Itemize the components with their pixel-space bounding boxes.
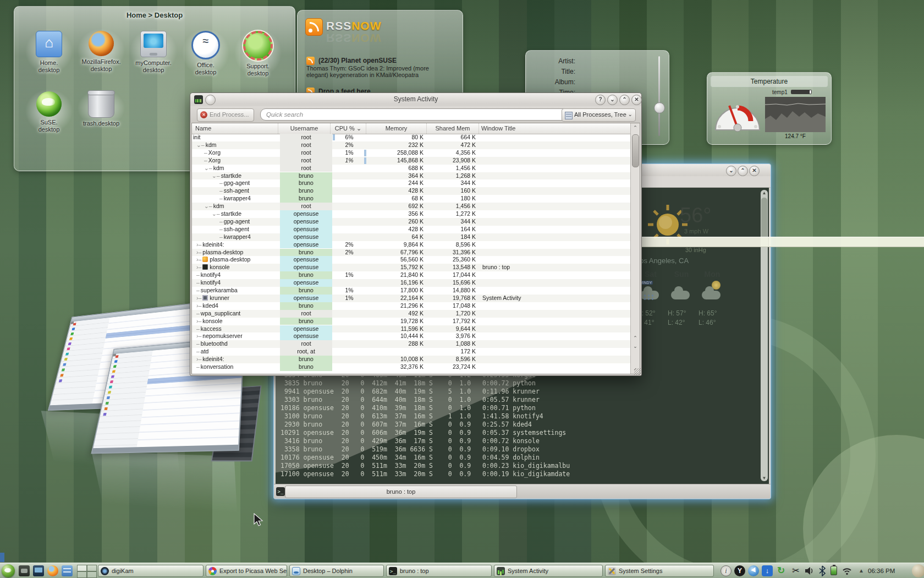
process-row[interactable]: –gpg-agentopensuse260 K344 K [192,218,631,226]
process-row[interactable]: ⌄–kdmroot2%232 K472 K [192,141,631,149]
minimize-button[interactable]: ⌄ [726,166,736,176]
process-row[interactable]: –gpg-agentbruno244 K344 K [192,179,631,187]
process-sharedmem: 160 K [427,187,476,195]
minimize-button[interactable]: ⌄ [607,95,618,105]
search-input[interactable] [260,108,569,121]
scrollbar-thumb[interactable] [632,134,639,167]
device-notifier-icon[interactable] [19,565,30,576]
scroll-up-icon[interactable]: ⌃ [631,335,640,341]
scroll-up-icon[interactable]: ⌃ [631,125,640,130]
panel-cashew-icon[interactable] [912,564,924,577]
software-update-icon[interactable]: ↻ [776,565,787,576]
firefox-icon[interactable] [47,565,58,576]
wind-speed: 3 mph W [684,228,708,235]
process-row[interactable]: –ssh-agentbruno428 K160 K [192,187,631,195]
taskbar-item-system-activity[interactable]: System Activity [494,565,603,577]
desktop-pager[interactable] [77,565,97,577]
window-title: System Activity [190,95,641,103]
terminal-line: 2930 bruno 20 0 607m 37m 16m S 0 0.9 0:2… [280,421,532,428]
desktop-icon-home[interactable]: Home.desktop [25,29,73,74]
process-row[interactable]: –kwrapper4bruno68 K180 K [192,195,631,203]
clock[interactable]: 06:36 PM [868,563,895,578]
process-row[interactable]: ›–nepomukserveropensuse10,444 K3,976 K [192,332,631,340]
close-button[interactable]: ✕ [631,95,642,105]
kickoff-launcher-icon[interactable] [2,564,15,577]
desktop-icon-trashdesktop[interactable]: trash.desktop [78,89,125,127]
klipper-scissors-icon[interactable]: ✂ [790,565,801,576]
volume-slider-track[interactable] [658,56,660,136]
process-filter-dropdown[interactable]: All Processes, Tree ⌄ [562,108,636,122]
column-header-cpu-[interactable]: CPU % ⌄ [331,123,366,134]
taskbar-item-digikam[interactable]: digiKam [98,565,204,577]
column-header-username[interactable]: Username [278,123,331,134]
file-manager-icon[interactable] [62,565,73,576]
maximize-button[interactable]: ⌃ [619,95,630,105]
process-row[interactable]: ⌄–kdmroot692 K1,456 K [192,203,631,210]
process-row[interactable]: –Xorgroot1%145,868 K23,908 K [192,157,631,165]
process-row[interactable]: –wpa_supplicantroot492 K1,720 K [192,310,631,318]
desktop-icon-mycomputer[interactable]: myComputer.desktop [130,29,177,74]
desktop-icon-suse[interactable]: SuSE.desktop [25,89,73,133]
process-row[interactable]: –bluetoothdroot288 K1,088 K [192,340,631,348]
process-row[interactable]: ›–kdeinit4:opensuse2%9,864 K8,596 K [192,241,631,249]
tab-bruno-top[interactable]: bruno : top [285,486,517,498]
desktop-icon-mozillafirefox[interactable]: MozillaFirefox.desktop [78,29,125,73]
help-button[interactable]: ? [595,95,606,105]
process-row[interactable]: –superkarambabruno1%17,800 K14,880 K [192,287,631,295]
process-row[interactable]: –atdroot, at172 K [192,348,631,356]
process-row[interactable]: ›–konsoleopensuse15,792 K13,548 Kbruno :… [192,264,631,271]
process-memory: 428 K [366,187,424,195]
bluetooth-icon[interactable] [817,565,828,576]
process-row[interactable]: ›–konsolebruno19,728 K17,792 K [192,318,631,325]
taskbar-item-system-settings[interactable]: System Settings [605,565,714,577]
battery-icon[interactable] [831,566,837,575]
process-row[interactable]: ⌄–kdmroot688 K1,456 K [192,165,631,172]
process-row[interactable]: ›–kded4bruno21,296 K17,048 K [192,302,631,310]
process-row[interactable]: –Xorgroot1%258,088 K4,356 K [192,149,631,157]
process-row[interactable]: –knotify4opensuse16,196 K15,696 K [192,279,631,287]
volume-slider-handle[interactable] [654,102,665,113]
maximize-button[interactable]: ⌃ [738,166,748,176]
column-header-name[interactable]: Name [192,123,278,134]
end-process-button[interactable]: End Process... [197,108,254,122]
process-row[interactable]: ⌄–startkdeopensuse356 K1,272 K [192,210,631,218]
desktop-icon-office[interactable]: Office.desktop [182,29,229,76]
info-tray-icon[interactable]: i [721,565,732,576]
process-row[interactable]: ›–krunneropensuse1%22,164 K19,768 KSyste… [192,295,631,302]
close-button[interactable]: ✕ [749,166,760,176]
process-memory [366,348,424,356]
process-row[interactable]: ›–plasma-desktopopensuse56,560 K25,360 K [192,256,631,264]
resize-grip[interactable] [634,368,641,375]
scroll-down-icon[interactable]: ⌄ [631,343,640,349]
process-row[interactable]: ›–plasma-desktopbruno2%67,796 K31,396 K [192,249,631,257]
terminal-scrollbar[interactable]: ▲ ▼ [761,190,768,481]
taskbar-item-bruno-top[interactable]: >_bruno : top [386,565,492,577]
process-row[interactable]: –kwrapper4opensuse64 K184 K [192,233,631,241]
column-header-window-title[interactable]: Window Title [479,123,631,134]
process-row[interactable]: –knotify4bruno1%21,840 K17,044 K [192,271,631,279]
yast-tray-icon[interactable]: Y [734,565,745,576]
process-row[interactable]: initroot6%80 K664 K [192,134,631,141]
network-globe-icon[interactable] [748,565,759,576]
process-row[interactable]: –konversationbruno32,376 K23,724 K [192,363,631,371]
process-row[interactable]: –kaccessopensuse11,596 K9,644 K [192,325,631,333]
download-tray-icon[interactable]: ↓ [762,565,773,576]
taskbar-item-export-to-picasa-web-servic[interactable]: Export to Picasa Web Servic [206,565,287,577]
wifi-icon[interactable] [842,565,853,576]
process-row[interactable]: –ssh-agentopensuse428 K164 K [192,226,631,233]
volume-icon[interactable] [804,565,815,576]
column-header-shared-mem[interactable]: Shared Mem [427,123,479,134]
scroll-up-icon[interactable]: ▲ [761,190,768,195]
expand-tray-icon[interactable]: ▲ [856,565,867,576]
rss-item-title[interactable]: (22/30) Planet openSUSE [318,57,397,64]
process-row[interactable]: ⌄–startkdebruno364 K1,268 K [192,172,631,180]
taskbar-item-desktop-dolphin[interactable]: Desktop – Dolphin [289,565,384,577]
process-row[interactable]: ›–kdeinit4:bruno10,008 K8,596 K [192,356,631,363]
column-header-memory[interactable]: Memory [366,123,427,134]
table-scrollbar[interactable]: ⌃ ⌃ ⌄ [630,123,640,374]
desktop-icon-support[interactable]: Support.desktop [234,29,282,77]
scroll-down-icon[interactable]: ▼ [761,476,768,481]
monitor-icon[interactable] [33,565,44,576]
new-tab-icon[interactable]: >_ [276,487,285,496]
titlebar[interactable]: System Activity ? ⌄ ⌃ ✕ [190,93,641,106]
